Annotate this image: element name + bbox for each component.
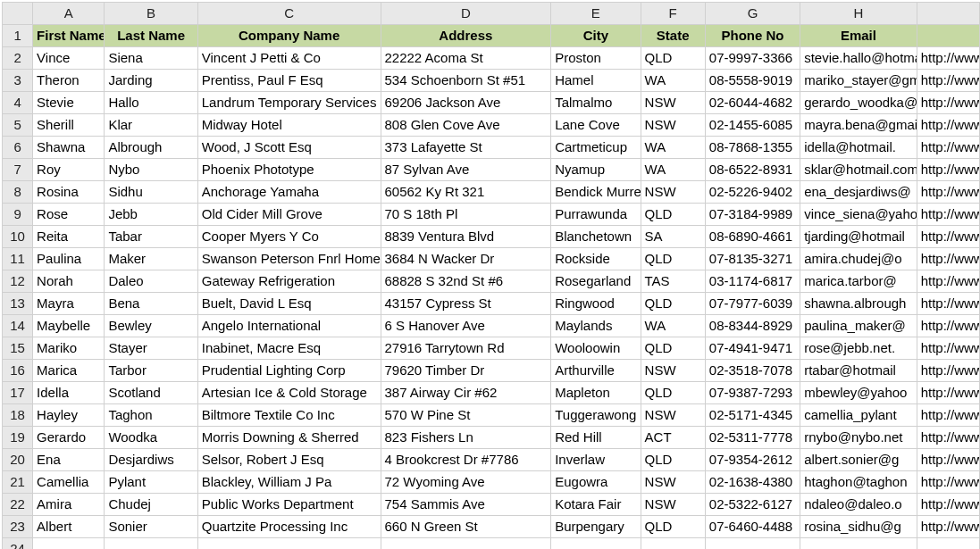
cell[interactable]: Biltmore Textile Co Inc xyxy=(197,404,381,427)
cell[interactable] xyxy=(197,538,381,550)
cell[interactable]: Siena xyxy=(105,47,197,70)
row-header-9[interactable]: 9 xyxy=(3,204,33,226)
cell[interactable]: ACT xyxy=(641,427,705,449)
row-header-20[interactable]: 20 xyxy=(3,449,33,471)
cell[interactable]: Chudej xyxy=(105,494,197,516)
cell[interactable]: rtabar@hotmail xyxy=(800,360,917,382)
cell[interactable] xyxy=(33,538,105,550)
header-cell[interactable]: Company Name xyxy=(197,25,381,47)
cell[interactable]: 387 Airway Cir #62 xyxy=(381,382,551,404)
cell[interactable] xyxy=(800,538,917,550)
cell[interactable]: WA xyxy=(641,70,705,92)
cell[interactable]: QLD xyxy=(641,204,705,226)
cell[interactable]: Public Works Department xyxy=(197,494,381,516)
cell[interactable]: Theron xyxy=(33,70,105,92)
cell[interactable]: http://www xyxy=(917,516,979,538)
cell[interactable]: Anchorage Yamaha xyxy=(197,181,381,204)
cell[interactable]: http://www xyxy=(917,92,979,114)
row-header-22[interactable]: 22 xyxy=(3,494,33,516)
cell[interactable]: 07-9354-2612 xyxy=(705,449,800,471)
cell[interactable]: NSW xyxy=(641,360,705,382)
row-header-18[interactable]: 18 xyxy=(3,404,33,427)
col-header-G[interactable]: G xyxy=(705,3,800,25)
cell[interactable]: 754 Sammis Ave xyxy=(381,494,551,516)
cell[interactable]: TAS xyxy=(641,270,705,293)
cell[interactable]: Tuggerawong xyxy=(551,404,641,427)
cell[interactable]: 808 Glen Cove Ave xyxy=(381,114,551,137)
cell[interactable] xyxy=(641,538,705,550)
row-header-8[interactable]: 8 xyxy=(3,181,33,204)
row-header-4[interactable]: 4 xyxy=(3,92,33,114)
cell[interactable]: Wood, J Scott Esq xyxy=(197,137,381,159)
cell[interactable]: camellia_pylant xyxy=(800,404,917,427)
cell[interactable]: http://www xyxy=(917,181,979,204)
cell[interactable]: Paulina xyxy=(33,248,105,270)
col-header-H[interactable]: H xyxy=(800,3,917,25)
cell[interactable]: Tarbor xyxy=(105,360,197,382)
cell[interactable]: 373 Lafayette St xyxy=(381,137,551,159)
cell[interactable]: 08-6522-8931 xyxy=(705,159,800,181)
cell[interactable]: 03-1174-6817 xyxy=(705,270,800,293)
cell[interactable]: QLD xyxy=(641,248,705,270)
row-header-7[interactable]: 7 xyxy=(3,159,33,181)
cell[interactable]: Swanson Peterson Fnrl Home xyxy=(197,248,381,270)
cell[interactable]: Ringwood xyxy=(551,293,641,315)
cell[interactable]: Klar xyxy=(105,114,197,137)
cell[interactable]: http://www xyxy=(917,226,979,248)
row-header-12[interactable]: 12 xyxy=(3,270,33,293)
cell[interactable]: http://www xyxy=(917,449,979,471)
cell[interactable]: Bena xyxy=(105,293,197,315)
cell[interactable]: Eugowra xyxy=(551,471,641,494)
cell[interactable]: Artesian Ice & Cold Storage xyxy=(197,382,381,404)
cell[interactable]: 823 Fishers Ln xyxy=(381,427,551,449)
cell[interactable]: 02-1638-4380 xyxy=(705,471,800,494)
cell[interactable]: http://www xyxy=(917,427,979,449)
cell[interactable]: QLD xyxy=(641,516,705,538)
header-cell[interactable]: City xyxy=(551,25,641,47)
cell[interactable]: 70 S 18th Pl xyxy=(381,204,551,226)
cell[interactable]: WA xyxy=(641,315,705,337)
cell[interactable]: 6 S Hanover Ave xyxy=(381,315,551,337)
cell[interactable]: Woodka xyxy=(105,427,197,449)
row-header-23[interactable]: 23 xyxy=(3,516,33,538)
cell[interactable]: 07-3184-9989 xyxy=(705,204,800,226)
cell[interactable]: Blanchetown xyxy=(551,226,641,248)
cell[interactable]: WA xyxy=(641,137,705,159)
cell[interactable]: NSW xyxy=(641,494,705,516)
cell[interactable]: QLD xyxy=(641,337,705,360)
row-header-11[interactable]: 11 xyxy=(3,248,33,270)
col-header-F[interactable]: F xyxy=(641,3,705,25)
cell[interactable]: Camellia xyxy=(33,471,105,494)
cell[interactable]: Amira xyxy=(33,494,105,516)
cell[interactable]: 8839 Ventura Blvd xyxy=(381,226,551,248)
row-header-13[interactable]: 13 xyxy=(3,293,33,315)
cell[interactable]: Pylant xyxy=(105,471,197,494)
cell[interactable]: http://www xyxy=(917,248,979,270)
cell[interactable]: 07-9387-7293 xyxy=(705,382,800,404)
cell[interactable]: Rosegarland xyxy=(551,270,641,293)
cell[interactable]: http://www xyxy=(917,494,979,516)
cell[interactable]: Mapleton xyxy=(551,382,641,404)
cell[interactable]: Maybelle xyxy=(33,315,105,337)
cell[interactable]: vince_siena@yahoo xyxy=(800,204,917,226)
cell[interactable]: http://www xyxy=(917,293,979,315)
cell[interactable]: http://www xyxy=(917,204,979,226)
cell[interactable]: http://www xyxy=(917,114,979,137)
cell[interactable]: rnybo@nybo.net xyxy=(800,427,917,449)
cell[interactable]: 79620 Timber Dr xyxy=(381,360,551,382)
cell[interactable]: 570 W Pine St xyxy=(381,404,551,427)
col-header-A[interactable]: A xyxy=(33,3,105,25)
row-header-21[interactable]: 21 xyxy=(3,471,33,494)
cell[interactable]: 07-8135-3271 xyxy=(705,248,800,270)
cell[interactable]: Stayer xyxy=(105,337,197,360)
cell[interactable]: Reita xyxy=(33,226,105,248)
cell[interactable]: Talmalmo xyxy=(551,92,641,114)
cell[interactable]: 08-7868-1355 xyxy=(705,137,800,159)
row-header-1[interactable]: 1 xyxy=(3,25,33,47)
cell[interactable]: Taghon xyxy=(105,404,197,427)
row-header-2[interactable]: 2 xyxy=(3,47,33,70)
cell[interactable]: stevie.hallo@hotmail.com xyxy=(800,47,917,70)
col-header-I[interactable] xyxy=(917,3,979,25)
cell[interactable]: 02-5311-7778 xyxy=(705,427,800,449)
cell[interactable]: ena_desjardiws@ xyxy=(800,181,917,204)
